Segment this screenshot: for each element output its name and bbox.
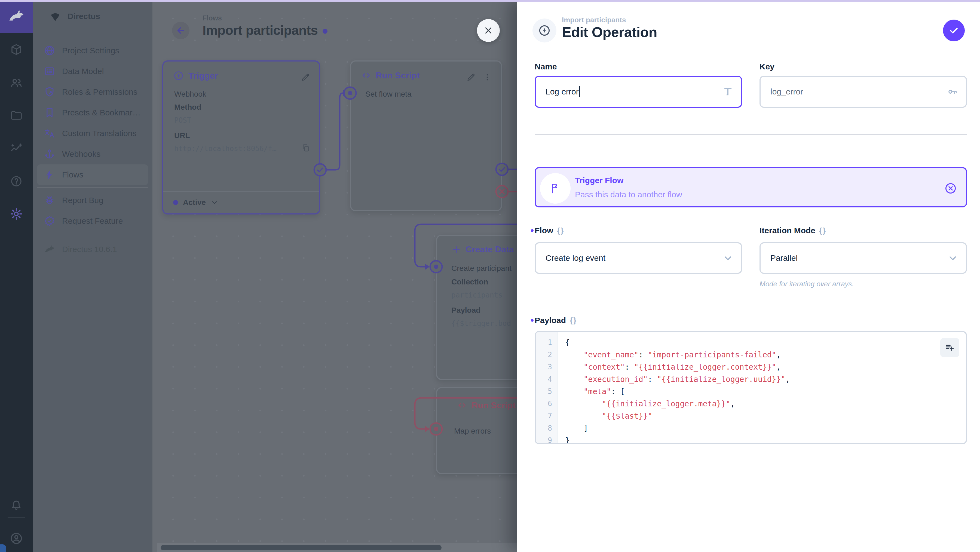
edit-operation-drawer: Import participants Edit Operation Name … [517,0,980,552]
help-icon [10,175,23,188]
code-line[interactable]: "execution_id": "{{initialize_logger.uui… [565,373,966,385]
breadcrumb[interactable]: Flows [202,14,222,22]
notifications-button[interactable] [0,492,33,518]
module-settings[interactable] [0,201,33,227]
url-value: http://localhost:8056/f… [174,142,277,155]
data-model-icon [43,65,56,77]
create-data-title: Create Data [466,245,514,255]
module-help[interactable] [0,168,33,194]
flag-icon [549,182,561,194]
chevron-down-icon [722,253,733,264]
create-data-header: Create Data [451,245,514,255]
page-title-row: Import participants [202,23,328,38]
chevron-down-icon [211,199,218,206]
code-line[interactable]: ] [565,422,966,434]
map-errors-header: Run Script [457,400,515,410]
payload-code-lines[interactable]: { "event_name": "import-participants-fai… [557,332,966,443]
line-number: 9 [536,434,557,444]
run-script-name: Set flow meta [365,87,412,101]
trigger-panel[interactable]: Trigger Webhook Method POST URL http://l… [162,60,320,215]
sidebar-item-data-model[interactable]: Data Model [37,61,148,82]
banner-title: Trigger Flow [575,176,624,185]
payload-editor[interactable]: 123456789 { "event_name": "import-partic… [535,331,967,444]
module-insights[interactable] [0,135,33,162]
module-content[interactable] [0,37,33,63]
back-button[interactable] [172,22,189,39]
key-input[interactable]: log_error [759,76,967,108]
trigger-panel-divider [163,191,319,192]
account-circle-icon [9,531,24,546]
code-icon [361,70,371,81]
raw-value-icon[interactable]: { } [570,316,576,325]
panel-menu-button[interactable] [482,72,492,82]
edit-trigger-button[interactable] [301,72,310,82]
horizontal-scrollbar-thumb[interactable] [161,545,442,550]
line-number: 4 [536,373,557,385]
module-users[interactable] [0,70,33,96]
sidebar-item-presets-bookmarks[interactable]: Presets & Bookmar… [37,102,148,123]
sidebar-item-label: Presets & Bookmar… [62,108,140,117]
sidebar-item-request-feature[interactable]: Request Feature [37,211,148,231]
sidebar-item-project-settings[interactable]: Project Settings [37,40,148,61]
run-script-panel[interactable]: Run Script Set flow meta [350,60,502,211]
name-value: Log error [546,87,579,96]
flow-select[interactable]: Create log event [535,242,742,274]
directus-logo[interactable] [0,0,33,33]
code-line[interactable]: "{{initialize_logger.meta}}", [565,398,966,410]
folder-icon [10,109,23,122]
trigger-bolt-circle-icon [173,70,184,81]
iteration-mode-hint: Mode for iterating over arrays. [759,280,854,288]
raw-value-icon[interactable]: { } [819,226,826,235]
flow-status-toggle[interactable]: Active [173,196,218,209]
project-header[interactable]: Directus [33,0,153,33]
remove-trigger-flow-button[interactable] [944,182,957,195]
sidebar-item-label: Data Model [62,67,104,76]
module-bar-divider [8,517,25,518]
iteration-mode-value: Parallel [770,253,798,262]
trigger-panel-body: Webhook Method POST URL http://localhost… [174,87,277,155]
banner-subtitle: Pass this data to another flow [575,190,682,199]
url-label: URL [174,129,277,142]
trigger-flow-banner[interactable]: Trigger Flow Pass this data to another f… [535,167,967,207]
code-line[interactable]: { [565,336,966,349]
collection-value: participants [451,288,512,302]
sidebar-item-roles-permissions[interactable]: Roles & Permissions [37,82,148,102]
trigger-panel-title: Trigger [188,71,218,81]
text-caret [579,86,580,97]
sidebar-item-label: Webhooks [62,150,100,159]
code-line[interactable]: "meta": [ [565,385,966,398]
insert-field-button[interactable] [940,338,959,357]
payload-required-dot [531,319,533,322]
iteration-mode-select[interactable]: Parallel [759,242,967,274]
module-files[interactable] [0,102,33,129]
code-line[interactable]: } [565,434,966,444]
edit-operation-button[interactable] [466,72,476,82]
project-name: Directus [67,12,100,21]
code-line[interactable]: "event_name": "import-participants-faile… [565,349,966,361]
method-value: POST [174,114,277,127]
sidebar-item-webhooks[interactable]: Webhooks [37,144,148,164]
trigger-type: Webhook [174,87,277,101]
code-line[interactable]: "{{$last}}" [565,410,966,422]
drawer-breadcrumb: Import participants [562,16,626,24]
name-input[interactable]: Log error [535,76,742,108]
sidebar-item-flows[interactable]: Flows [37,164,148,185]
sidebar-item-report-bug[interactable]: Report Bug [37,190,148,211]
name-label: Name [535,62,557,71]
payload-value: {{$trigger.bod [451,317,512,330]
sidebar-item-label: Request Feature [62,216,123,226]
bell-icon [10,499,23,512]
users-icon [10,76,23,89]
payload-label: Payload [451,304,512,317]
copy-url-button[interactable] [301,143,310,154]
line-number: 2 [536,349,557,361]
raw-value-icon[interactable]: { } [557,226,563,235]
sidebar-item-label: Roles & Permissions [62,87,137,97]
flow-required-dot [531,229,533,232]
key-icon [947,86,958,97]
close-drawer-button[interactable] [477,19,500,42]
line-number: 3 [536,361,557,373]
save-button[interactable] [943,20,965,41]
sidebar-item-custom-translations[interactable]: Custom Translations [37,123,148,144]
code-line[interactable]: "context": "{{initialize_logger.context}… [565,361,966,373]
